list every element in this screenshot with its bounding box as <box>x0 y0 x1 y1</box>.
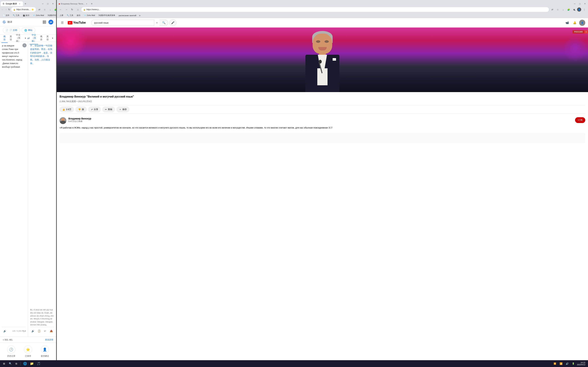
yt-search-button[interactable]: 🔍 <box>160 20 168 26</box>
svg-rect-8 <box>45 23 46 24</box>
yt-search-clear-button[interactable]: × <box>154 20 160 25</box>
source-lang-dropdown[interactable]: ▾ <box>24 35 27 41</box>
yt-search-input[interactable]: русский язык <box>91 20 154 26</box>
website-icon: 🌐 <box>24 29 27 32</box>
new-tab-button[interactable]: + <box>23 1 28 6</box>
yt-bookmark-mail[interactable]: 📧 Zoho Mail <box>83 14 96 17</box>
yt-dislike-button[interactable]: 👎 踩 <box>75 107 87 112</box>
yt-bookmark-class[interactable]: 上课 <box>58 14 65 17</box>
bookmark-tools[interactable]: 🔧 工具 <box>11 14 21 17</box>
source-text[interactable]: р за каждое слово.Тоже при профессии это… <box>2 44 26 184</box>
source-lang-ru[interactable]: 俄语 <box>1 34 8 43</box>
reload-button[interactable]: ↻ <box>8 7 10 12</box>
yt-like-button[interactable]: 👍 2.6万 <box>60 107 74 112</box>
yt-chrome-toolbar: ← → ↻ ⌂ 🔒 https://www.y... ⇄ ☆ ↓ 🧩 🔌 👤 ⋮ <box>57 6 294 13</box>
yt-reload[interactable]: ↻ <box>70 7 75 12</box>
document-icon: 📄 <box>6 29 8 32</box>
svg-rect-1 <box>44 21 45 21</box>
yt-video-thumbnail[interactable]: РОССИЯ 1 <box>57 27 294 92</box>
yt-address-bar[interactable]: 🔒 https://www.y... <box>81 7 294 12</box>
bookmark-item[interactable]: 📄 文件 <box>1 14 11 17</box>
minimize-button[interactable]: ─ <box>40 2 45 5</box>
dislike-label: 踩 <box>82 108 84 111</box>
yt-video-title: Владимир Винокур "Великий и могучий русс… <box>60 95 294 99</box>
youtube-titlebar: ▶ Владимир Винокур "Вели... × + ─ □ × <box>57 0 294 6</box>
yt-views: 2,358,790次观看 <box>60 100 76 103</box>
svg-rect-6 <box>43 23 44 24</box>
yt-voice-search-button[interactable]: 🎤 <box>169 19 176 26</box>
yt-tab-close[interactable]: × <box>85 2 88 5</box>
yt-channel-avatar[interactable] <box>60 117 66 124</box>
source-panel: × р за каждое слово.Тоже при профессии э… <box>0 42 28 184</box>
bg-decoration-1 <box>57 27 87 58</box>
yt-back[interactable]: ← <box>58 7 63 12</box>
yt-date: 2021年2月9日 <box>78 100 92 103</box>
bookmark-mail[interactable]: 📧 Zoho Mail <box>32 14 45 17</box>
translate-icon[interactable]: ⇄ <box>37 7 42 12</box>
yt-channel-section: Владимир Винокур 9.47万位订阅者 订阅 <box>57 115 294 126</box>
yt-bookmark-insurance[interactable]: 为国际学生购买保单 <box>97 14 117 17</box>
yt-video-info: Владимир Винокур "Великий и могучий русс… <box>57 92 294 115</box>
yt-logo[interactable]: YouTube <box>68 21 86 25</box>
translate-toolbar-bar: ← → ↻ 🔒 https://transla... ⭐ ⇄ ☆ ↓ 🧩 pb … <box>0 6 56 13</box>
apps-grid-button[interactable] <box>42 19 47 25</box>
youtube-window: ▶ Владимир Винокур "Вели... × + ─ □ × ← … <box>57 0 294 184</box>
source-lang-en[interactable]: 英语 <box>8 34 14 43</box>
translate-app-header: G 翻译 pb <box>0 18 56 26</box>
translate-titlebar: G Google 翻译 × + ─ □ × <box>0 0 56 6</box>
youtube-app: ☰ YouTube русский язык × 🔍 🎤 📹 🔔 👤 <box>57 18 294 184</box>
svg-rect-3 <box>43 22 44 23</box>
forward-button[interactable]: → <box>5 7 7 12</box>
translate-app-title: 翻译 <box>8 21 12 24</box>
save-label: 保存 <box>122 108 127 111</box>
yt-bookmark-schedule[interactable]: расписание занятий <box>117 14 138 17</box>
google-g-logo: G <box>3 20 5 24</box>
close-button[interactable]: × <box>51 2 55 5</box>
inactive-tab[interactable]: ▶ Владимир Винокур "Вели... × <box>58 1 89 6</box>
yt-bookmark-tools[interactable]: 🔧 工具 <box>65 14 75 17</box>
yt-forward[interactable]: → <box>64 7 69 12</box>
yt-comments-placeholder <box>60 133 294 143</box>
yt-url-text: https://www.y... <box>86 8 294 11</box>
share-label: 分享 <box>94 108 98 111</box>
clear-source-button[interactable]: × <box>22 43 26 47</box>
window-controls: ─ □ × <box>40 2 55 6</box>
maximize-button[interactable]: □ <box>45 2 50 5</box>
save-icon: ＋ <box>119 108 121 111</box>
like-icon: 👍 <box>62 108 65 111</box>
svg-rect-0 <box>43 21 44 21</box>
url-text: https://transla... <box>16 8 30 11</box>
target-lang-en[interactable]: 英语 <box>44 34 51 43</box>
translate-panels: × р за каждое слово.Тоже при профессии э… <box>0 42 56 184</box>
dislike-icon: 👎 <box>78 108 81 111</box>
bookmark-entertainment[interactable]: 🎬 娱乐 <box>21 14 31 17</box>
yt-bookmarks-more[interactable]: » <box>138 14 141 17</box>
address-bar[interactable]: 🔒 https://transla... ⭐ <box>11 7 36 12</box>
yt-save-button[interactable]: ＋ 保存 <box>116 107 130 112</box>
back-button[interactable]: ← <box>1 7 4 12</box>
target-lang-dropdown[interactable]: ▾ <box>51 35 55 41</box>
yt-clip-button[interactable]: ✂ 剪辑 <box>102 107 115 112</box>
yt-bookmarks-bar: 上课 🔧 工具 娱乐 📧 Zoho Mail 为国际学生购买保单 расписа… <box>57 13 294 18</box>
yt-hamburger-menu[interactable]: ☰ <box>60 20 65 25</box>
target-lang-ru[interactable]: 俄语 <box>38 34 44 43</box>
language-selector: 俄语 英语 中文（简体） ▾ ⇄ 中文（简体） 俄语 英语 ▾ <box>0 34 56 42</box>
yt-channel-subs: 9.47万位订阅者 <box>68 120 294 123</box>
bookmark-icon[interactable]: ☆ <box>42 7 47 12</box>
swap-languages-button[interactable]: ⇄ <box>27 35 30 41</box>
download-icon[interactable]: ↓ <box>48 7 52 12</box>
translate-tab-close[interactable]: × <box>18 2 21 5</box>
yt-video-container: РОССИЯ 1 <box>57 27 294 92</box>
translate-tab[interactable]: G Google 翻译 × <box>1 1 23 6</box>
clip-label: 剪辑 <box>108 108 112 111</box>
yt-channel-name[interactable]: Владимир Винокур <box>68 117 294 120</box>
yt-share-button[interactable]: ↗ 分享 <box>88 107 101 112</box>
yt-new-tab[interactable]: + <box>89 1 94 6</box>
yt-bookmark-entertainment[interactable]: 娱乐 <box>75 14 82 17</box>
user-avatar[interactable]: pb <box>49 20 53 25</box>
yt-home[interactable]: ⌂ <box>76 7 80 12</box>
translate-bookmarks-bar: 📄 文件 🔧 工具 🎬 娱乐 📧 Zoho Mail 为国际学生购买保单 рас… <box>0 13 56 18</box>
bookmark-insurance[interactable]: 为国际学生购买保单 <box>46 14 56 17</box>
yt-lock-icon: 🔒 <box>83 9 86 10</box>
svg-rect-2 <box>45 21 46 21</box>
